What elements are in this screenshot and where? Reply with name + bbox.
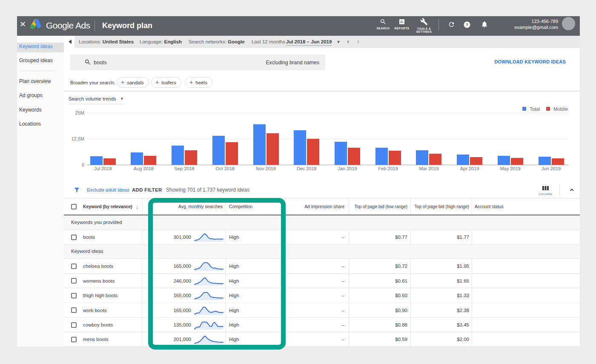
svg-text:?: ? xyxy=(466,22,468,27)
